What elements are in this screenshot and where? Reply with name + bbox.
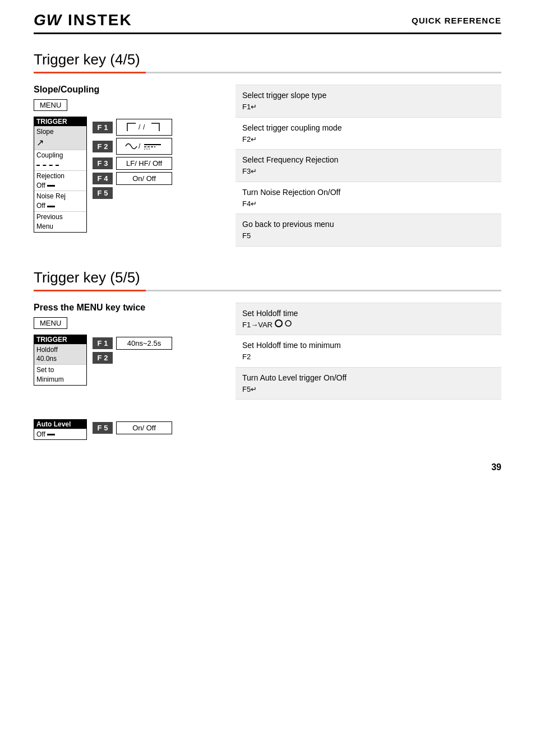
fkey-box-4: On/ Off (116, 172, 172, 185)
section2-content: Press the MENU key twice MENU TRIGGER Ho… (34, 303, 501, 440)
desc-row-1-5: Go back to previous menu F5 (236, 214, 501, 247)
fkey-box-2-1: 40ns~2.5s (116, 337, 172, 350)
fkey-box-f5-label: On/ Off (132, 424, 156, 432)
auto-level-box: Auto Level Off (34, 419, 87, 440)
quick-reference-label: QUICK REFERENCE (412, 16, 501, 25)
section1-content: Slope/Coupling MENU TRIGGER Slope↗ Coupl… (34, 85, 501, 247)
trigger-row-noise-rej: Noise RejOff (34, 191, 86, 211)
fkey-badge-3: F 3 (93, 157, 113, 169)
menu-button-1[interactable]: MENU (34, 99, 67, 111)
section1-left-panel: Slope/Coupling MENU TRIGGER Slope↗ Coupl… (34, 85, 224, 247)
svg-point-6 (285, 321, 291, 326)
fkey-row-3: F 3 LF/ HF/ Off (93, 157, 172, 170)
fkey-badge-2-1: F 1 (93, 337, 113, 349)
fkey-rows-1: F 1 / / (93, 119, 172, 199)
section-divider-1 (34, 72, 501, 73)
fkey-row-auto-level: F 5 On/ Off (93, 421, 172, 434)
fkey-row-2: F 2 / (93, 138, 172, 155)
fkey-box-4-label: On/ Off (132, 174, 156, 183)
fkey-badge-4: F 4 (93, 173, 113, 184)
knob-circle-svg (284, 319, 292, 327)
fkey-row-1: F 1 / / (93, 119, 172, 136)
fkey-rows-2: F 1 40ns~2.5s F 2 (93, 337, 172, 364)
trigger-diagram-1: TRIGGER Slope↗ Coupling RejectionOff Noi… (34, 117, 224, 233)
fkey-row-4: F 4 On/ Off (93, 172, 172, 185)
trigger-box-header-1: TRIGGER (34, 117, 86, 126)
trigger-box-header-2: TRIGGER (34, 335, 86, 344)
page-number: 39 (34, 462, 501, 472)
auto-level-off-row: Off (34, 429, 86, 440)
desc-row-2-2: Set Holdoff time to minimum F2 (236, 335, 501, 368)
fkey-row-2-2: F 2 (93, 352, 172, 364)
desc-row-1-4: Turn Noise Rejection On/Off F4↵ (236, 182, 501, 215)
var-knob-icon (275, 319, 283, 327)
trigger-row-rejection: RejectionOff (34, 170, 86, 191)
svg-text:/: / (139, 123, 141, 131)
desc-row-1-2: Select trigger coupling mode F2↵ (236, 118, 501, 150)
rise-fall-symbol: / / (124, 121, 164, 133)
fkey-badge-f5-autolevel: F 5 (93, 422, 113, 434)
section2-left-panel: Press the MENU key twice MENU TRIGGER Ho… (34, 303, 224, 440)
desc-row-1-3: Select Frequency Rejection F3↵ (236, 150, 501, 182)
desc-row-1-1: Select trigger slope type F1↵ (236, 85, 501, 118)
fkey-row-5: F 5 (93, 187, 172, 199)
desc-row-2-1: Set Holdoff time F1→VAR (236, 303, 501, 336)
section2-right-panel: Set Holdoff time F1→VAR Set Holdoff time… (236, 303, 501, 440)
fkey-box-1: / / (116, 119, 172, 136)
trigger-diagram-2: TRIGGER Holdoff40.0ns Set toMinimum F 1 … (34, 335, 224, 386)
section-trigger-5-5: Trigger key (5/5) Press the MENU key twi… (34, 269, 501, 440)
fkey-box-2-1-label: 40ns~2.5s (127, 339, 161, 347)
subsection1-label: Slope/Coupling (34, 85, 224, 95)
fkey-badge-2: F 2 (93, 141, 113, 152)
trigger-box-2: TRIGGER Holdoff40.0ns Set toMinimum (34, 335, 87, 386)
auto-level-section: Auto Level Off F 5 On/ Off (34, 419, 224, 440)
fkey-badge-5: F 5 (93, 187, 113, 199)
subsection2-label: Press the MENU key twice (34, 303, 224, 313)
trigger-row-slope: Slope↗ (34, 126, 86, 150)
section-trigger-4-5: Trigger key (4/5) Slope/Coupling MENU TR… (34, 51, 501, 247)
fkey-badge-2-2: F 2 (93, 352, 113, 364)
trigger-box-1: TRIGGER Slope↗ Coupling RejectionOff Noi… (34, 117, 87, 233)
page-header: GW INSTEK QUICK REFERENCE (34, 11, 501, 34)
svg-text:/: / (143, 123, 145, 131)
desc-row-2-3: Turn Auto Level trigger On/Off F5↵ (236, 368, 501, 400)
section-title-4-5: Trigger key (4/5) (34, 51, 501, 68)
section-title-5-5: Trigger key (5/5) (34, 269, 501, 286)
trigger-row-coupling: Coupling (34, 150, 86, 170)
trigger-row-set-min: Set toMinimum (34, 364, 86, 385)
fkey-badge-1: F 1 (93, 122, 113, 133)
trigger-row-prev-menu: PreviousMenu (34, 211, 86, 232)
fkey-row-2-1: F 1 40ns~2.5s (93, 337, 172, 350)
svg-text:/: / (139, 142, 141, 150)
auto-level-diagram: Auto Level Off F 5 On/ Off (34, 419, 224, 440)
section-divider-2 (34, 290, 501, 291)
logo: GW INSTEK (34, 11, 132, 29)
auto-level-fkeys: F 5 On/ Off (93, 421, 172, 434)
ac-dc-symbol: / (124, 140, 164, 152)
fkey-box-2: / (116, 138, 172, 155)
menu-button-2[interactable]: MENU (34, 317, 67, 329)
trigger-row-holdoff: Holdoff40.0ns (34, 344, 86, 365)
fkey-box-3: LF/ HF/ Off (116, 157, 172, 170)
auto-level-box-header: Auto Level (34, 420, 86, 429)
fkey-box-3-label: LF/ HF/ Off (126, 159, 162, 168)
fkey-box-f5-autolevel: On/ Off (116, 421, 172, 434)
section1-right-panel: Select trigger slope type F1↵ Select tri… (236, 85, 501, 247)
